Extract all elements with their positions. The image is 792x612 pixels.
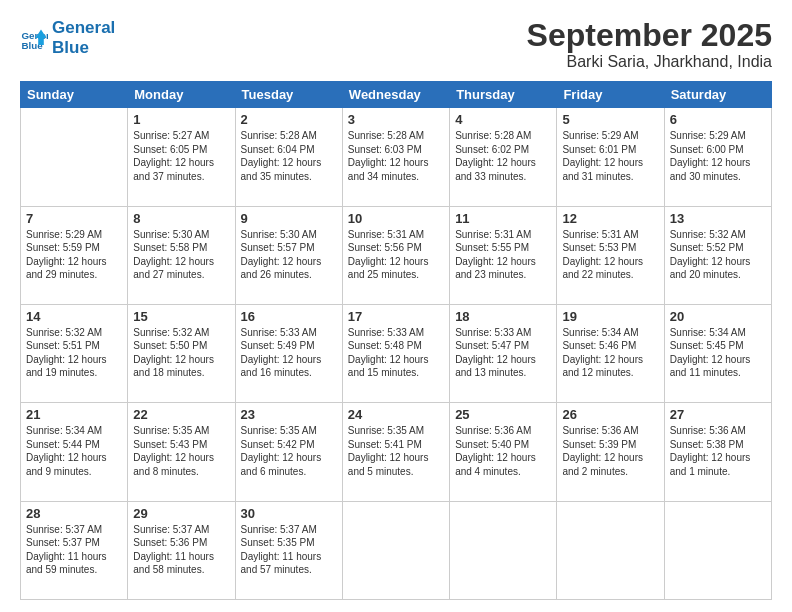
day-info: Sunrise: 5:34 AM Sunset: 5:44 PM Dayligh… [26,424,122,478]
day-number: 25 [455,407,551,422]
calendar-cell: 10Sunrise: 5:31 AM Sunset: 5:56 PM Dayli… [342,206,449,304]
day-number: 24 [348,407,444,422]
day-number: 17 [348,309,444,324]
day-info: Sunrise: 5:33 AM Sunset: 5:48 PM Dayligh… [348,326,444,380]
calendar-cell: 29Sunrise: 5:37 AM Sunset: 5:36 PM Dayli… [128,501,235,599]
calendar-cell [557,501,664,599]
week-row-5: 28Sunrise: 5:37 AM Sunset: 5:37 PM Dayli… [21,501,772,599]
calendar-cell: 5Sunrise: 5:29 AM Sunset: 6:01 PM Daylig… [557,108,664,206]
day-info: Sunrise: 5:30 AM Sunset: 5:58 PM Dayligh… [133,228,229,282]
day-number: 12 [562,211,658,226]
day-number: 13 [670,211,766,226]
calendar-cell: 7Sunrise: 5:29 AM Sunset: 5:59 PM Daylig… [21,206,128,304]
day-header-saturday: Saturday [664,82,771,108]
day-number: 21 [26,407,122,422]
day-info: Sunrise: 5:33 AM Sunset: 5:47 PM Dayligh… [455,326,551,380]
day-number: 2 [241,112,337,127]
day-info: Sunrise: 5:31 AM Sunset: 5:53 PM Dayligh… [562,228,658,282]
day-info: Sunrise: 5:35 AM Sunset: 5:43 PM Dayligh… [133,424,229,478]
logo: General Blue General Blue [20,18,115,57]
day-number: 27 [670,407,766,422]
location-subtitle: Barki Saria, Jharkhand, India [527,53,772,71]
day-number: 8 [133,211,229,226]
day-info: Sunrise: 5:29 AM Sunset: 6:00 PM Dayligh… [670,129,766,183]
calendar-cell: 12Sunrise: 5:31 AM Sunset: 5:53 PM Dayli… [557,206,664,304]
month-title: September 2025 [527,18,772,53]
day-header-thursday: Thursday [450,82,557,108]
calendar-cell: 23Sunrise: 5:35 AM Sunset: 5:42 PM Dayli… [235,403,342,501]
day-number: 9 [241,211,337,226]
calendar-cell: 20Sunrise: 5:34 AM Sunset: 5:45 PM Dayli… [664,304,771,402]
calendar-cell: 19Sunrise: 5:34 AM Sunset: 5:46 PM Dayli… [557,304,664,402]
calendar-cell: 11Sunrise: 5:31 AM Sunset: 5:55 PM Dayli… [450,206,557,304]
day-number: 29 [133,506,229,521]
day-info: Sunrise: 5:35 AM Sunset: 5:42 PM Dayligh… [241,424,337,478]
day-number: 22 [133,407,229,422]
day-number: 18 [455,309,551,324]
day-number: 14 [26,309,122,324]
day-number: 23 [241,407,337,422]
day-info: Sunrise: 5:34 AM Sunset: 5:45 PM Dayligh… [670,326,766,380]
calendar-cell: 26Sunrise: 5:36 AM Sunset: 5:39 PM Dayli… [557,403,664,501]
calendar-cell: 30Sunrise: 5:37 AM Sunset: 5:35 PM Dayli… [235,501,342,599]
title-block: September 2025 Barki Saria, Jharkhand, I… [527,18,772,71]
day-header-wednesday: Wednesday [342,82,449,108]
day-number: 1 [133,112,229,127]
day-info: Sunrise: 5:29 AM Sunset: 5:59 PM Dayligh… [26,228,122,282]
calendar-cell: 15Sunrise: 5:32 AM Sunset: 5:50 PM Dayli… [128,304,235,402]
calendar-table: SundayMondayTuesdayWednesdayThursdayFrid… [20,81,772,600]
day-info: Sunrise: 5:31 AM Sunset: 5:55 PM Dayligh… [455,228,551,282]
calendar-cell: 13Sunrise: 5:32 AM Sunset: 5:52 PM Dayli… [664,206,771,304]
day-header-monday: Monday [128,82,235,108]
day-number: 15 [133,309,229,324]
day-number: 7 [26,211,122,226]
week-row-4: 21Sunrise: 5:34 AM Sunset: 5:44 PM Dayli… [21,403,772,501]
calendar-cell: 17Sunrise: 5:33 AM Sunset: 5:48 PM Dayli… [342,304,449,402]
day-info: Sunrise: 5:36 AM Sunset: 5:38 PM Dayligh… [670,424,766,478]
calendar-cell: 14Sunrise: 5:32 AM Sunset: 5:51 PM Dayli… [21,304,128,402]
calendar-cell: 6Sunrise: 5:29 AM Sunset: 6:00 PM Daylig… [664,108,771,206]
day-info: Sunrise: 5:37 AM Sunset: 5:35 PM Dayligh… [241,523,337,577]
calendar-cell: 1Sunrise: 5:27 AM Sunset: 6:05 PM Daylig… [128,108,235,206]
day-info: Sunrise: 5:32 AM Sunset: 5:51 PM Dayligh… [26,326,122,380]
logo-general: General [52,18,115,38]
day-info: Sunrise: 5:34 AM Sunset: 5:46 PM Dayligh… [562,326,658,380]
day-info: Sunrise: 5:33 AM Sunset: 5:49 PM Dayligh… [241,326,337,380]
calendar-cell: 9Sunrise: 5:30 AM Sunset: 5:57 PM Daylig… [235,206,342,304]
calendar-cell: 21Sunrise: 5:34 AM Sunset: 5:44 PM Dayli… [21,403,128,501]
day-info: Sunrise: 5:37 AM Sunset: 5:36 PM Dayligh… [133,523,229,577]
day-info: Sunrise: 5:36 AM Sunset: 5:39 PM Dayligh… [562,424,658,478]
day-number: 5 [562,112,658,127]
day-number: 20 [670,309,766,324]
calendar-cell [664,501,771,599]
logo-blue: Blue [52,38,115,58]
day-number: 16 [241,309,337,324]
day-number: 30 [241,506,337,521]
calendar-cell [21,108,128,206]
calendar-header-row: SundayMondayTuesdayWednesdayThursdayFrid… [21,82,772,108]
day-info: Sunrise: 5:37 AM Sunset: 5:37 PM Dayligh… [26,523,122,577]
header: General Blue General Blue September 2025… [20,18,772,71]
calendar-cell: 18Sunrise: 5:33 AM Sunset: 5:47 PM Dayli… [450,304,557,402]
day-info: Sunrise: 5:30 AM Sunset: 5:57 PM Dayligh… [241,228,337,282]
day-info: Sunrise: 5:32 AM Sunset: 5:50 PM Dayligh… [133,326,229,380]
week-row-1: 1Sunrise: 5:27 AM Sunset: 6:05 PM Daylig… [21,108,772,206]
calendar-cell: 4Sunrise: 5:28 AM Sunset: 6:02 PM Daylig… [450,108,557,206]
day-info: Sunrise: 5:28 AM Sunset: 6:02 PM Dayligh… [455,129,551,183]
logo-icon: General Blue [20,24,48,52]
day-number: 10 [348,211,444,226]
day-info: Sunrise: 5:31 AM Sunset: 5:56 PM Dayligh… [348,228,444,282]
day-info: Sunrise: 5:35 AM Sunset: 5:41 PM Dayligh… [348,424,444,478]
day-number: 11 [455,211,551,226]
day-info: Sunrise: 5:27 AM Sunset: 6:05 PM Dayligh… [133,129,229,183]
day-header-tuesday: Tuesday [235,82,342,108]
calendar-cell: 16Sunrise: 5:33 AM Sunset: 5:49 PM Dayli… [235,304,342,402]
day-number: 3 [348,112,444,127]
day-number: 4 [455,112,551,127]
calendar-cell: 24Sunrise: 5:35 AM Sunset: 5:41 PM Dayli… [342,403,449,501]
calendar-cell: 28Sunrise: 5:37 AM Sunset: 5:37 PM Dayli… [21,501,128,599]
day-header-friday: Friday [557,82,664,108]
day-info: Sunrise: 5:32 AM Sunset: 5:52 PM Dayligh… [670,228,766,282]
calendar-cell [342,501,449,599]
day-number: 19 [562,309,658,324]
